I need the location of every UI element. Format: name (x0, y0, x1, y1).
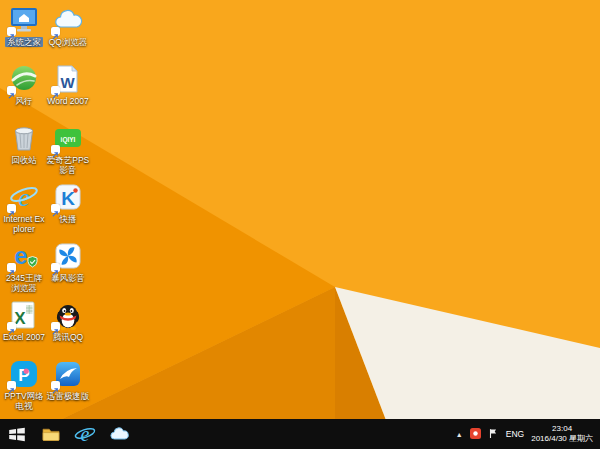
shortcut-arrow-icon (51, 381, 60, 390)
desktop-icon-funshion[interactable]: 风行 (2, 63, 46, 122)
shortcut-arrow-icon (51, 263, 60, 272)
shortcut-arrow-icon (7, 263, 16, 272)
svg-text:X: X (14, 309, 26, 328)
desktop-icon-xunlei[interactable]: 迅雷极速版 (46, 358, 90, 417)
shortcut-arrow-icon (51, 86, 60, 95)
file-explorer-folder-icon (41, 424, 61, 444)
taskbar-internet-explorer[interactable]: e (68, 419, 102, 449)
svg-text:W: W (60, 74, 75, 91)
qq-browser-cloud-icon (109, 424, 129, 444)
desktop-icon-internet-explorer[interactable]: e Internet Explorer (2, 181, 46, 240)
tray-icon-action-center[interactable] (488, 425, 499, 443)
shortcut-arrow-icon (51, 322, 60, 331)
svg-text:e: e (14, 242, 27, 269)
desktop-icon-browser-2345[interactable]: e 2345王牌浏览器 (2, 240, 46, 299)
taskbar-file-explorer[interactable] (34, 419, 68, 449)
shortcut-arrow-icon (51, 27, 60, 36)
shortcut-arrow-icon (51, 204, 60, 213)
desktop-icon-kuaibo[interactable]: K 快播 (46, 181, 90, 240)
shortcut-arrow-icon (51, 145, 60, 154)
show-hidden-icons-button[interactable]: ▲ (456, 431, 463, 438)
desktop-icon-recycle-bin[interactable]: 回收站 (2, 122, 46, 181)
shortcut-arrow-icon (7, 381, 16, 390)
desktop-icon-iqiyi-pps[interactable]: iQIYI 爱奇艺PPS影音 (46, 122, 90, 181)
flag-icon (488, 428, 499, 439)
windows-logo-icon (8, 425, 26, 444)
desktop-icon-tencent-qq[interactable]: 腾讯QQ (46, 299, 90, 358)
svg-text:iQIYI: iQIYI (61, 136, 76, 144)
internet-explorer-icon: e (74, 423, 96, 445)
desktop-icon-grid: 系统之家 风行 (2, 4, 90, 417)
shortcut-arrow-icon (7, 86, 16, 95)
shortcut-arrow-icon (7, 27, 16, 36)
language-indicator[interactable]: ENG (506, 429, 524, 439)
desktop-icon-word-2007[interactable]: W Word 2007 (46, 63, 90, 122)
shortcut-arrow-icon (7, 322, 16, 331)
desktop-icon-qq-browser[interactable]: QQ浏览器 (46, 4, 90, 63)
red-tray-icon (470, 428, 481, 439)
recycle-bin-icon (8, 122, 40, 154)
svg-text:e: e (81, 423, 90, 445)
wallpaper (0, 0, 600, 449)
desktop-icon-system-home[interactable]: 系统之家 (2, 4, 46, 63)
svg-text:K: K (61, 188, 75, 209)
taskbar: e ▲ ENG (0, 419, 600, 449)
icon-label: 快播 (60, 214, 77, 224)
clock-date: 2016/4/30 星期六 (531, 434, 593, 444)
clock[interactable]: 23:04 2016/4/30 星期六 (531, 424, 593, 445)
desktop-icon-excel-2007[interactable]: X Excel 2007 (2, 299, 46, 358)
taskbar-qq-browser[interactable] (102, 419, 136, 449)
tray-icon-security[interactable] (470, 425, 481, 443)
icon-label: 回收站 (11, 155, 37, 165)
desktop-icon-pptv[interactable]: P PPTV网络电视 (2, 358, 46, 417)
shortcut-arrow-icon (7, 204, 16, 213)
icon-label: 风行 (16, 96, 33, 106)
desktop: 系统之家 风行 (0, 0, 600, 449)
clock-time: 23:04 (531, 424, 593, 434)
desktop-icon-baofeng[interactable]: 暴风影音 (46, 240, 90, 299)
system-tray: ▲ ENG 23:04 2016/4/30 星期六 (456, 419, 600, 449)
start-button[interactable] (0, 419, 34, 449)
svg-text:P: P (18, 366, 29, 385)
